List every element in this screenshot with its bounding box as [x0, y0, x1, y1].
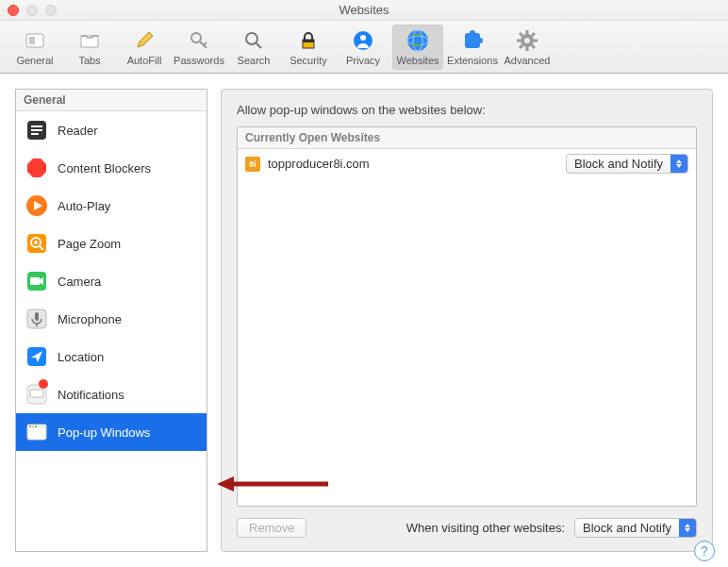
svg-rect-7 — [303, 40, 314, 42]
sidebar-item-microphone[interactable]: Microphone — [16, 300, 207, 338]
popup-policy-select[interactable]: Block and Notify — [566, 154, 688, 174]
sidebar-item-label: Pop-up Windows — [58, 425, 150, 440]
search-icon — [240, 27, 267, 54]
svg-point-50 — [29, 425, 31, 427]
other-websites-label: When visiting other websites: — [406, 521, 565, 535]
sidebar-item-label: Auto-Play — [58, 199, 110, 213]
lock-icon — [295, 27, 322, 54]
privacy-icon — [350, 27, 376, 54]
sidebar-item-reader[interactable]: Reader — [16, 111, 207, 149]
toolbar-label: Search — [238, 55, 271, 66]
sidebar: General Reader Content Blockers Auto-Pla… — [15, 89, 207, 552]
reader-icon — [25, 119, 48, 142]
svg-point-9 — [360, 35, 366, 41]
toolbar-websites[interactable]: Websites — [392, 25, 443, 70]
switch-icon — [22, 27, 48, 54]
svg-rect-42 — [35, 312, 39, 321]
globe-icon — [405, 27, 431, 54]
favicon-icon: 8i — [245, 157, 260, 172]
titlebar: Websites — [0, 0, 728, 21]
sidebar-item-label: Content Blockers — [58, 161, 151, 175]
key-icon — [186, 27, 212, 54]
sidebar-item-label: Camera — [58, 275, 101, 289]
sidebar-item-label: Location — [58, 350, 104, 364]
toolbar-label: Security — [290, 55, 327, 66]
chevron-up-down-icon — [679, 519, 696, 537]
toolbar-tabs[interactable]: Tabs — [64, 25, 115, 70]
select-value: Block and Notify — [567, 157, 670, 171]
help-button[interactable]: ? — [694, 541, 715, 561]
svg-rect-1 — [29, 37, 35, 44]
svg-point-3 — [191, 33, 201, 42]
toolbar-label: Advanced — [505, 55, 551, 66]
location-icon — [25, 345, 48, 368]
toolbar-label: Extensions — [447, 55, 498, 66]
default-policy-select[interactable]: Block and Notify — [574, 518, 697, 538]
toolbar-label: Passwords — [174, 55, 224, 66]
sidebar-item-label: Page Zoom — [58, 237, 121, 251]
toolbar-autofill[interactable]: AutoFill — [119, 25, 170, 70]
website-domain: topproducer8i.com — [268, 157, 370, 171]
toolbar-label: Websites — [396, 55, 438, 66]
zoom-icon — [25, 232, 48, 255]
sidebar-item-autoplay[interactable]: Auto-Play — [16, 187, 207, 225]
svg-point-51 — [32, 425, 34, 427]
main-panel: General Reader Content Blockers Auto-Pla… — [0, 74, 728, 567]
websites-list-header: Currently Open Websites — [238, 127, 696, 149]
toolbar-security[interactable]: Security — [283, 25, 334, 70]
svg-line-23 — [532, 45, 535, 48]
websites-list: Currently Open Websites 8i topproducer8i… — [237, 126, 697, 507]
sidebar-item-content-blockers[interactable]: Content Blockers — [16, 149, 207, 187]
footer-row: Remove When visiting other websites: Blo… — [237, 518, 697, 538]
stop-icon — [25, 157, 48, 179]
toolbar-passwords[interactable]: Passwords — [174, 25, 224, 70]
svg-point-17 — [524, 38, 530, 43]
toolbar-label: General — [16, 55, 53, 66]
sidebar-item-label: Microphone — [58, 312, 122, 326]
sidebar-item-notifications[interactable]: Notifications — [16, 375, 207, 413]
svg-line-24 — [520, 45, 522, 48]
svg-marker-30 — [27, 158, 46, 177]
microphone-icon — [25, 308, 48, 330]
website-row[interactable]: 8i topproducer8i.com Block and Notify — [238, 149, 696, 178]
sidebar-item-label: Notifications — [58, 388, 124, 402]
toolbar-extensions[interactable]: Extensions — [447, 25, 498, 70]
svg-line-5 — [256, 43, 261, 48]
svg-point-52 — [35, 425, 37, 427]
sidebar-item-camera[interactable]: Camera — [16, 262, 207, 300]
toolbar-label: Privacy — [346, 55, 380, 66]
sidebar-item-location[interactable]: Location — [16, 338, 207, 375]
content-title: Allow pop-up windows on the websites bel… — [237, 103, 697, 117]
svg-point-15 — [470, 30, 475, 36]
toolbar-label: Tabs — [78, 55, 100, 66]
puzzle-icon — [459, 27, 486, 54]
svg-line-22 — [520, 33, 522, 36]
sidebar-header: General — [16, 90, 207, 111]
sidebar-item-page-zoom[interactable]: Page Zoom — [16, 225, 207, 262]
tabs-icon — [76, 27, 103, 54]
popup-icon — [25, 421, 48, 443]
svg-point-14 — [477, 38, 483, 43]
content-panel: Allow pop-up windows on the websites bel… — [221, 89, 713, 552]
play-icon — [25, 194, 48, 217]
camera-icon — [25, 270, 48, 292]
select-value: Block and Notify — [575, 521, 679, 535]
toolbar-label: AutoFill — [127, 55, 162, 66]
remove-button[interactable]: Remove — [237, 518, 306, 538]
pencil-icon — [131, 27, 157, 54]
preferences-toolbar: General Tabs AutoFill Passwords Search S… — [0, 21, 728, 74]
window-title: Websites — [0, 3, 728, 17]
toolbar-search[interactable]: Search — [228, 25, 279, 70]
sidebar-item-label: Reader — [58, 124, 98, 138]
toolbar-general[interactable]: General — [9, 25, 60, 70]
toolbar-advanced[interactable]: Advanced — [502, 25, 553, 70]
gear-icon — [514, 27, 540, 54]
svg-rect-39 — [30, 277, 40, 285]
toolbar-privacy[interactable]: Privacy — [338, 25, 389, 70]
notification-badge-icon — [39, 379, 48, 389]
chevron-up-down-icon — [670, 155, 687, 173]
sidebar-item-popup-windows[interactable]: Pop-up Windows — [16, 413, 207, 451]
svg-rect-47 — [30, 390, 43, 397]
svg-point-10 — [407, 30, 428, 51]
svg-line-25 — [532, 33, 535, 36]
